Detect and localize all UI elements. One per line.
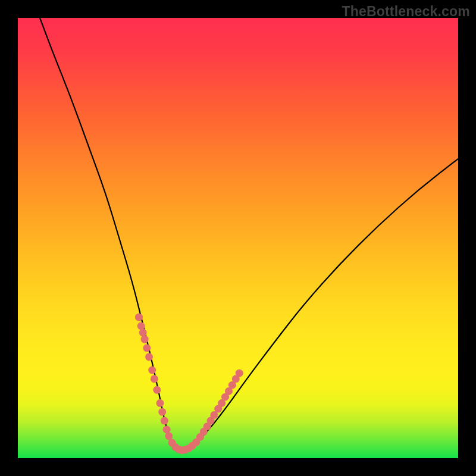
curve-marker-dot xyxy=(165,433,173,440)
watermark-text: TheBottleneck.com xyxy=(342,4,470,20)
curve-marker-dot xyxy=(153,386,161,394)
bottleneck-curve-path xyxy=(40,18,458,449)
curve-marker-dot xyxy=(141,336,149,343)
curve-marker-dot xyxy=(137,322,145,330)
outer-frame: TheBottleneck.com xyxy=(0,0,476,476)
curve-marker-dot xyxy=(236,369,243,377)
curve-marker-dot xyxy=(135,314,143,321)
curve-marker-dot xyxy=(143,345,151,352)
curve-marker-dot xyxy=(158,408,166,416)
curve-marker-dot xyxy=(139,329,147,337)
curve-marker-dot xyxy=(145,353,153,361)
curve-marker-dot xyxy=(163,425,171,433)
curve-markers-group xyxy=(135,314,243,454)
curve-marker-dot xyxy=(151,375,158,383)
curve-marker-dot xyxy=(156,399,164,407)
curve-marker-dot xyxy=(148,367,156,374)
bottleneck-curve-svg xyxy=(18,18,458,458)
curve-marker-dot xyxy=(161,417,168,425)
plot-area xyxy=(18,18,458,458)
